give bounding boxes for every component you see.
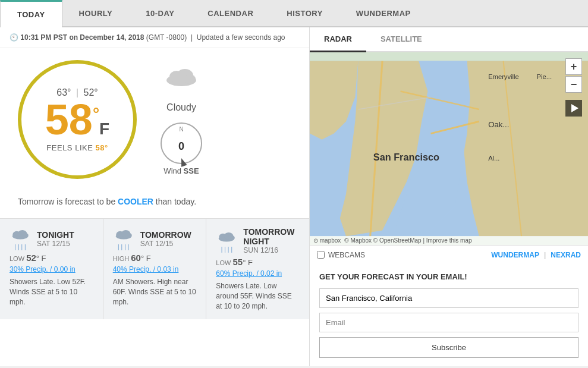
- card-desc: Showers Late. Low 52F. Winds SSE at 5 to…: [10, 277, 93, 307]
- card-temp: LOW 52° F: [10, 253, 93, 263]
- map-tabs: RADAR SATELLITE: [310, 27, 588, 52]
- svg-point-15: [228, 235, 235, 240]
- map-attribution: ⊙ mapbox © Mapbox © OpenStreetMap | Impr…: [310, 236, 588, 245]
- card-temp: LOW 55° F: [216, 257, 300, 267]
- zoom-out-button[interactable]: −: [565, 76, 582, 93]
- svg-point-3: [184, 74, 196, 84]
- play-icon: [571, 104, 578, 112]
- map-links: WUNDERMAP | NEXRAD: [491, 250, 581, 259]
- nav-tabs: TODAYHOURLY10-DAYCALENDARHISTORYWUNDERMA…: [0, 0, 588, 27]
- svg-text:Emeryville: Emeryville: [488, 73, 519, 80]
- compass-dial: N 0: [161, 122, 202, 164]
- compass-arrow: [178, 157, 187, 167]
- svg-text:Pie...: Pie...: [537, 73, 552, 80]
- map-container: San Francisco Emeryville Oak... Al... Pi…: [310, 52, 588, 245]
- rain-cloud-icon: ||||: [216, 229, 237, 253]
- email-input[interactable]: [319, 313, 578, 332]
- card-header: |||| TONIGHT SAT 12/15: [10, 227, 93, 250]
- card-date: SAT 12/15: [140, 240, 191, 248]
- nexrad-link[interactable]: NEXRAD: [551, 251, 581, 259]
- weather-conditions: Cloudy N 0 Wind SSE: [161, 64, 202, 175]
- card-title: TOMORROW NIGHT: [243, 227, 300, 246]
- clock-icon: 🕙: [10, 33, 18, 42]
- webcams-toggle[interactable]: WEBCAMS: [317, 251, 365, 259]
- tab-10day[interactable]: 10-DAY: [129, 0, 191, 26]
- card-desc: AM Showers. High near 60F. Winds SSE at …: [113, 277, 197, 307]
- weather-main: 63° | 52° 58°F FEELS LIKE 58°: [0, 48, 309, 191]
- svg-text:Oak...: Oak...: [488, 120, 509, 129]
- map-footer: WEBCAMS WUNDERMAP | NEXRAD: [310, 245, 588, 264]
- link-separator: |: [544, 250, 546, 259]
- wind-label: Wind SSE: [163, 166, 199, 175]
- timestamp-bar: 🕙 10:31 PM PST on December 14, 2018 (GMT…: [0, 27, 309, 48]
- card-desc: Showers Late. Low around 55F. Winds SSE …: [216, 281, 300, 311]
- play-button[interactable]: [565, 100, 582, 117]
- city-label: San Francisco: [373, 152, 439, 162]
- rain-cloud-icon: ||||: [113, 227, 134, 250]
- card-date: SAT 12/15: [37, 240, 74, 248]
- webcams-label: WEBCAMS: [328, 251, 365, 259]
- cooler-link[interactable]: COOLER: [118, 197, 153, 206]
- compass-value: 0: [178, 140, 184, 153]
- tab-wundermap[interactable]: WUNDERMAP: [339, 0, 427, 26]
- tab-today[interactable]: TODAY: [0, 0, 62, 27]
- card-title: TOMORROW: [140, 230, 191, 240]
- forecast-text: Tomorrow is forecast to be COOLER than t…: [0, 191, 309, 218]
- svg-text:Al...: Al...: [488, 155, 499, 162]
- email-widget: GET YOUR FORECAST IN YOUR EMAIL! Subscri…: [310, 264, 588, 366]
- map-controls: + −: [565, 58, 582, 93]
- wundermap-link[interactable]: WUNDERMAP: [491, 251, 539, 259]
- cloud-icon: [163, 64, 199, 93]
- rain-cloud-icon: ||||: [10, 227, 31, 250]
- zoom-in-button[interactable]: +: [565, 58, 582, 75]
- mapbox-logo: ⊙ mapbox: [313, 237, 341, 244]
- feels-like: FEELS LIKE 58°: [46, 143, 108, 152]
- wind-compass: N 0 Wind SSE: [161, 122, 202, 175]
- card-date: SUN 12/16: [243, 246, 300, 254]
- card-precip[interactable]: 60% Precip. / 0.02 in: [216, 269, 300, 278]
- condition-label: Cloudy: [166, 102, 196, 113]
- current-temp: 58°F: [45, 98, 109, 141]
- card-temp: HIGH 60° F: [113, 253, 197, 263]
- timestamp-text: 10:31 PM PST on December 14, 2018: [20, 33, 144, 42]
- tab-history[interactable]: HISTORY: [270, 0, 339, 26]
- forecast-card-tomorrow: |||| TOMORROW SAT 12/15 HIGH 60° F 40% P…: [103, 219, 207, 319]
- webcams-checkbox[interactable]: [317, 251, 325, 259]
- timezone-text: (GMT -0800): [146, 33, 187, 42]
- card-title: TONIGHT: [37, 230, 74, 240]
- card-precip[interactable]: 40% Precip. / 0.03 in: [113, 265, 197, 273]
- attribution-text: © Mapbox © OpenStreetMap | Improve this …: [344, 237, 471, 244]
- location-input[interactable]: [319, 288, 578, 308]
- map-svg: San Francisco Emeryville Oak... Al... Pi…: [310, 52, 588, 245]
- card-precip[interactable]: 30% Precip. / 0.00 in: [10, 265, 93, 273]
- subscribe-button[interactable]: Subscribe: [319, 337, 578, 358]
- tab-calendar[interactable]: CALENDAR: [191, 0, 270, 26]
- tab-satellite[interactable]: SATELLITE: [366, 27, 436, 52]
- card-header: |||| TOMORROW NIGHT SUN 12/16: [216, 227, 300, 254]
- updated-text: Updated a few seconds ago: [197, 33, 285, 42]
- forecast-card-tonight: |||| TONIGHT SAT 12/15 LOW 52° F 30% Pre…: [0, 219, 103, 319]
- temperature-circle: 63° | 52° 58°F FEELS LIKE 58°: [18, 60, 137, 179]
- forecast-card-tomorrow-night: |||| TOMORROW NIGHT SUN 12/16 LOW 55° F …: [206, 219, 309, 319]
- right-panel: RADAR SATELLITE: [309, 27, 588, 366]
- tab-hourly[interactable]: HOURLY: [62, 0, 130, 26]
- email-widget-title: GET YOUR FORECAST IN YOUR EMAIL!: [319, 272, 578, 282]
- card-header: |||| TOMORROW SAT 12/15: [113, 227, 197, 250]
- svg-point-7: [22, 233, 29, 238]
- svg-point-11: [125, 233, 132, 238]
- compass-north: N: [179, 126, 183, 133]
- tab-radar[interactable]: RADAR: [310, 27, 366, 52]
- forecast-cards: |||| TONIGHT SAT 12/15 LOW 52° F 30% Pre…: [0, 218, 309, 319]
- left-panel: 🕙 10:31 PM PST on December 14, 2018 (GMT…: [0, 27, 309, 366]
